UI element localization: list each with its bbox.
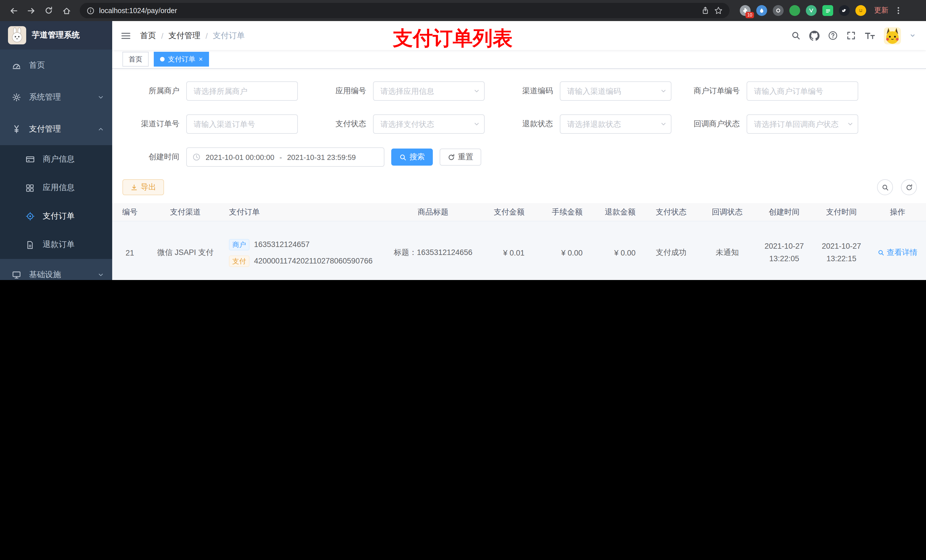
page-annotation: 支付订单列表 [393,25,513,52]
browser-extensions: 10 [740,5,866,16]
search-icon[interactable] [791,31,801,41]
screen: localhost:1024/pay/order 10 [0,0,926,280]
cell-id: 21 [112,248,147,257]
breadcrumb-current: 支付订单 [213,30,245,41]
github-icon[interactable] [809,30,820,41]
extension-icon[interactable] [789,5,800,16]
pin-extension-icon[interactable] [756,5,767,16]
extension-icon[interactable] [773,5,784,16]
avatar[interactable] [884,27,901,44]
app-logo: 芋道管理系统 [0,21,112,50]
sidebar-item-system[interactable]: 系统管理 [0,82,112,113]
sidebar-item-infrastructure[interactable]: 基础设施 [0,259,112,280]
sidebar-item-refund-order[interactable]: 退款订单 [0,231,112,259]
card-icon [25,155,35,164]
channel-order-no-input[interactable] [186,115,298,134]
reload-icon[interactable] [41,3,56,18]
col-header: 支付时间 [814,207,869,217]
home-icon[interactable] [59,3,74,18]
filter-label: 支付状态 [309,119,373,129]
reset-button[interactable]: 重置 [440,148,481,166]
pay-status-select[interactable] [373,115,485,134]
merchant-tag: 商户 [229,239,250,250]
filter-label: 渠道订单号 [123,119,186,129]
chevron-down-icon[interactable] [909,32,916,39]
bookmark-star-icon[interactable] [714,6,723,15]
font-size-icon[interactable] [864,31,875,41]
grid-icon [25,184,35,192]
col-header: 支付订单 [223,207,387,217]
cell-amount: ¥ 0.01 [480,248,531,257]
fullscreen-icon[interactable] [846,31,856,41]
sidebar-item-payment[interactable]: 支付管理 [0,113,112,145]
site-info-icon[interactable] [86,6,95,15]
browser-menu-icon[interactable] [894,6,903,15]
vue-devtools-icon[interactable] [806,5,817,16]
filter-label: 退款状态 [496,119,560,129]
url-text[interactable]: localhost:1024/pay/order [99,6,696,15]
forward-icon[interactable] [23,3,39,18]
document-icon [25,240,35,249]
smiley-extension-icon[interactable] [855,5,866,16]
breadcrumb-separator: / [206,31,208,40]
back-icon[interactable] [6,3,21,18]
extension-badge: 10 [746,12,754,18]
filter-label: 渠道编码 [496,86,560,96]
hamburger-icon[interactable] [121,30,131,41]
filter-label: 商户订单编号 [683,86,747,96]
view-detail-link[interactable]: 查看详情 [878,248,917,258]
clock-icon [192,153,200,161]
sidebar-item-home[interactable]: 首页 [0,50,112,82]
filter-label: 回调商户状态 [683,119,747,129]
sidebar-item-app-info[interactable]: 应用信息 [0,174,112,202]
cell-refund: ¥ 0.00 [589,248,642,257]
export-button[interactable]: 导出 [123,179,164,195]
col-header: 创建时间 [755,207,814,217]
tab-home[interactable]: 首页 [123,52,149,66]
channel-code-select[interactable] [560,82,672,101]
cell-fee: ¥ 0.00 [531,248,589,257]
col-header: 退款金额 [589,207,642,217]
notes-extension-icon[interactable] [822,5,833,16]
active-dot [160,57,165,62]
cell-status: 支付成功 [642,248,700,258]
app-id-select[interactable] [373,82,485,101]
monitor-icon [11,270,21,279]
table-row[interactable]: 21 微信 JSAPI 支付 商户1635312124657 支付4200001… [112,221,926,280]
gear-icon [11,93,21,102]
col-header: 支付状态 [642,207,700,217]
browser-toolbar: localhost:1024/pay/order 10 [0,0,926,21]
notify-status-select[interactable] [747,115,858,134]
dashboard-icon [11,61,21,70]
merchant-select[interactable] [186,82,298,101]
refund-status-select[interactable] [560,115,672,134]
refresh-icon[interactable] [901,179,917,195]
merchant-order-no-input[interactable] [747,82,858,101]
sidebar-item-pay-order[interactable]: 支付订单 [0,202,112,231]
chevron-up-icon [97,126,104,133]
yen-icon [11,125,21,134]
toggle-search-icon[interactable] [877,179,893,195]
sidebar: 芋道管理系统 首页 系统管理 [0,21,112,280]
breadcrumb-item[interactable]: 首页 [140,30,156,41]
col-header: 操作 [869,207,926,217]
search-button[interactable]: 搜索 [391,148,433,166]
table-header-row: 编号 支付渠道 支付订单 商品标题 支付金额 手续金额 退款金额 支付状态 回调… [112,203,926,221]
filter-label: 所属商户 [123,86,186,96]
tab-pay-order[interactable]: 支付订单 × [154,52,209,66]
merchant-input[interactable] [186,82,298,101]
create-time-range-picker[interactable]: 2021-10-01 00:00:00 - 2021-10-31 23:59:5… [186,147,384,167]
puzzle-extension-icon[interactable]: 10 [740,5,750,16]
browser-update-button[interactable]: 更新 [874,6,888,15]
chevron-down-icon [97,272,104,278]
col-header: 商品标题 [387,207,480,217]
tab-close-icon[interactable]: × [199,56,203,63]
channel-order-no: 4200001174202110278060590766 [254,255,372,267]
help-icon[interactable] [828,31,838,41]
col-header: 支付金额 [480,207,531,217]
share-icon[interactable] [701,6,710,15]
breadcrumb-item[interactable]: 支付管理 [169,30,200,41]
sidebar-item-merchant-info[interactable]: 商户信息 [0,145,112,174]
address-bar[interactable]: localhost:1024/pay/order [80,3,729,18]
bird-extension-icon[interactable] [839,5,850,16]
